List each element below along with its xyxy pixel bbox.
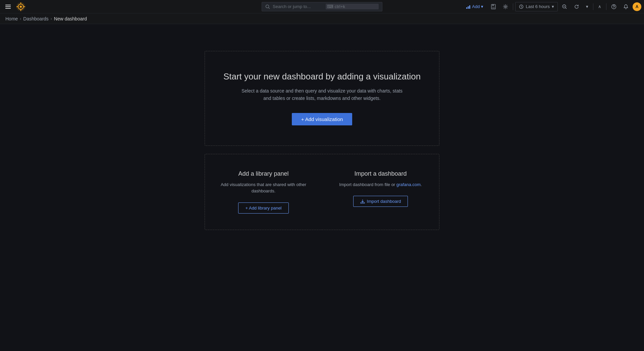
svg-point-5 (20, 6, 22, 8)
collapse-button[interactable]: ∧ (595, 2, 604, 11)
import-dashboard-button[interactable]: Import dashboard (353, 196, 408, 207)
viz-card-title: Start your new dashboard by adding a vis… (218, 71, 426, 82)
svg-point-26 (613, 7, 614, 8)
refresh-icon (574, 4, 579, 9)
svg-rect-14 (469, 5, 470, 9)
svg-rect-2 (5, 8, 11, 9)
topnav-left (3, 2, 27, 11)
import-dashboard-card: Import a dashboard Import dashboard from… (322, 154, 439, 230)
svg-rect-13 (468, 6, 469, 9)
top-nav: Search or jump to... ⌨ ctrl+k Add ▾ (0, 0, 644, 13)
zoom-out-icon (562, 4, 567, 9)
import-dashboard-title: Import a dashboard (335, 170, 426, 177)
search-icon (265, 4, 270, 9)
notifications-button[interactable] (621, 2, 631, 11)
search-bar[interactable]: Search or jump to... ⌨ ctrl+k (262, 2, 382, 11)
svg-rect-27 (361, 202, 365, 203)
keyboard-icon: ⌨ (327, 4, 333, 9)
search-shortcut: ⌨ ctrl+k (326, 4, 379, 9)
svg-line-21 (521, 7, 522, 7)
import-icon (360, 199, 365, 204)
library-panel-card: Add a library panel Add visualizations t… (205, 154, 322, 230)
svg-rect-1 (5, 6, 11, 7)
grafana-logo (16, 2, 25, 11)
clock-icon (519, 4, 524, 9)
add-button[interactable]: Add ▾ (463, 2, 487, 11)
bell-icon (623, 4, 629, 9)
breadcrumb-bar: Home › Dashboards › New dashboard (0, 13, 644, 24)
breadcrumb-dashboards[interactable]: Dashboards (23, 16, 49, 21)
nav-divider-2 (593, 3, 593, 10)
more-button[interactable]: ▾ (583, 2, 591, 11)
topnav-right: Add ▾ Last 6 hours ▾ (463, 2, 641, 11)
time-range-button[interactable]: Last 6 hours ▾ (515, 2, 558, 11)
library-panel-title: Add a library panel (218, 170, 309, 177)
viz-card-description: Select a data source and then query and … (238, 87, 406, 102)
svg-line-11 (269, 7, 270, 9)
svg-line-24 (566, 8, 567, 9)
breadcrumb-current: New dashboard (54, 16, 87, 21)
help-button[interactable] (608, 2, 619, 11)
help-icon (611, 4, 616, 9)
nav-divider-3 (606, 3, 606, 10)
import-dashboard-description: Import dashboard from file or grafana.co… (335, 181, 426, 188)
breadcrumb-home[interactable]: Home (5, 16, 18, 21)
svg-rect-16 (492, 4, 494, 6)
hamburger-button[interactable] (3, 3, 13, 11)
add-visualization-card: Start your new dashboard by adding a vis… (205, 51, 439, 146)
svg-point-18 (505, 6, 506, 7)
svg-rect-0 (5, 5, 11, 5)
gear-icon (503, 4, 508, 9)
refresh-button[interactable] (571, 2, 582, 11)
search-placeholder: Search or jump to... (273, 4, 323, 9)
bottom-cards: Add a library panel Add visualizations t… (205, 154, 439, 230)
svg-rect-12 (466, 7, 467, 9)
svg-point-10 (266, 5, 269, 8)
nav-divider-1 (513, 3, 513, 10)
add-library-panel-button[interactable]: + Add library panel (238, 202, 288, 214)
save-button[interactable] (488, 2, 499, 11)
chart-add-icon (466, 4, 471, 9)
main-content: Start your new dashboard by adding a vis… (0, 24, 644, 351)
breadcrumb-sep-2: › (51, 16, 52, 21)
search-center: Search or jump to... ⌨ ctrl+k (262, 2, 382, 11)
grafana-com-link[interactable]: grafana.com (396, 182, 421, 187)
avatar[interactable]: A (633, 2, 641, 11)
svg-rect-17 (492, 7, 495, 9)
add-visualization-button[interactable]: + Add visualization (292, 113, 353, 125)
save-icon (491, 4, 496, 9)
settings-button[interactable] (500, 2, 511, 11)
zoom-out-button[interactable] (559, 2, 570, 11)
breadcrumb-sep-1: › (20, 16, 21, 21)
library-panel-description: Add visualizations that are shared with … (218, 181, 309, 194)
